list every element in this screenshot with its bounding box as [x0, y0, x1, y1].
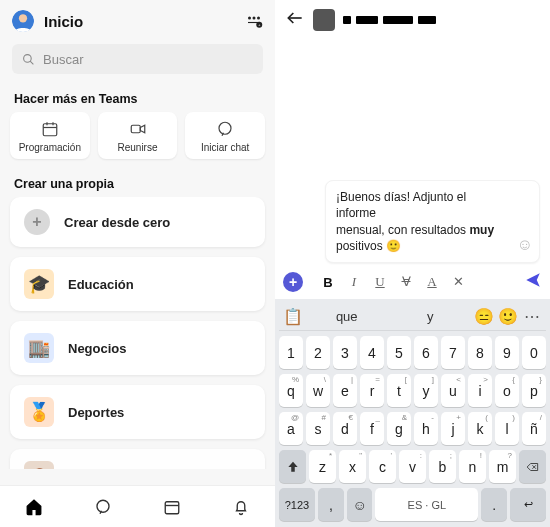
kb-row-numbers: 1234567890: [279, 336, 546, 369]
kb-row-zxcv: z*x"c'v:b;n!m?: [279, 450, 546, 483]
chat-header: [275, 0, 550, 40]
send-button[interactable]: [524, 271, 542, 293]
suggestion-2[interactable]: y: [389, 309, 473, 324]
kb-menu-icon[interactable]: ⋯: [520, 307, 544, 326]
svg-point-16: [97, 500, 109, 512]
key-p[interactable]: p}: [522, 374, 546, 407]
video-icon: [129, 120, 147, 138]
key-d[interactable]: d€: [333, 412, 357, 445]
svg-marker-14: [140, 125, 145, 133]
svg-rect-9: [43, 124, 57, 136]
key-m[interactable]: m?: [489, 450, 516, 483]
key-o[interactable]: o{: [495, 374, 519, 407]
key-s[interactable]: s#: [306, 412, 330, 445]
key-u[interactable]: u<: [441, 374, 465, 407]
svg-point-1: [19, 14, 27, 22]
emoji-picker-icon[interactable]: ☺: [517, 234, 533, 256]
format-bold[interactable]: B: [317, 275, 339, 290]
compose-plus-button[interactable]: +: [283, 272, 303, 292]
svg-text:+: +: [258, 23, 260, 27]
action-chat[interactable]: Iniciar chat: [185, 112, 265, 159]
clipboard-icon[interactable]: 📋: [281, 307, 305, 326]
kb-suggestions: 📋 que y 😑 🙂 ⋯: [279, 303, 546, 331]
back-button[interactable]: [285, 8, 305, 32]
key-4[interactable]: 4: [360, 336, 384, 369]
key-c[interactable]: c': [369, 450, 396, 483]
nav-activity[interactable]: [206, 486, 275, 527]
key-x[interactable]: x": [339, 450, 366, 483]
key-v[interactable]: v:: [399, 450, 426, 483]
emoji-key[interactable]: ☺: [347, 488, 373, 521]
compose-input[interactable]: ¡Buenos días! Adjunto el informe mensual…: [325, 180, 540, 263]
settings-icon[interactable]: +: [245, 12, 263, 30]
right-pane: ¡Buenos días! Adjunto el informe mensual…: [275, 0, 550, 527]
key-l[interactable]: l): [495, 412, 519, 445]
backspace-key[interactable]: [519, 450, 546, 483]
key-b[interactable]: b;: [429, 450, 456, 483]
suggestion-1[interactable]: que: [305, 309, 389, 324]
chat-icon: [216, 120, 234, 138]
key-g[interactable]: g&: [387, 412, 411, 445]
action-schedule[interactable]: Programación: [10, 112, 90, 159]
calendar-icon: [41, 120, 59, 138]
emoji-smile-icon[interactable]: 🙂: [496, 307, 520, 326]
search-input[interactable]: Buscar: [12, 44, 263, 74]
key-9[interactable]: 9: [495, 336, 519, 369]
key-t[interactable]: t[: [387, 374, 411, 407]
nav-home[interactable]: [0, 486, 69, 527]
svg-line-8: [30, 61, 33, 64]
key-i[interactable]: i>: [468, 374, 492, 407]
action-meet[interactable]: Reunirse: [98, 112, 178, 159]
plus-icon: +: [24, 209, 50, 235]
key-a[interactable]: a@: [279, 412, 303, 445]
key-ñ[interactable]: ñ/: [522, 412, 546, 445]
chat-body[interactable]: [275, 40, 550, 180]
card-education[interactable]: 🎓 Educación: [10, 257, 265, 311]
key-h[interactable]: h-: [414, 412, 438, 445]
key-6[interactable]: 6: [414, 336, 438, 369]
nav-calendar[interactable]: [138, 486, 207, 527]
enter-key[interactable]: ↩: [510, 488, 546, 521]
search-icon: [22, 53, 35, 66]
key-w[interactable]: w\: [306, 374, 330, 407]
template-cards: + Crear desde cero 🎓 Educación 🏬 Negocio…: [0, 197, 275, 469]
card-scratch[interactable]: + Crear desde cero: [10, 197, 265, 247]
shift-key[interactable]: [279, 450, 306, 483]
format-clear[interactable]: ✕: [447, 274, 469, 290]
key-e[interactable]: e|: [333, 374, 357, 407]
contact-name-redacted: [343, 16, 436, 24]
key-f[interactable]: f_: [360, 412, 384, 445]
format-highlight[interactable]: A: [421, 274, 443, 290]
key-r[interactable]: r=: [360, 374, 384, 407]
key-7[interactable]: 7: [441, 336, 465, 369]
key-1[interactable]: 1: [279, 336, 303, 369]
key-q[interactable]: q%: [279, 374, 303, 407]
left-pane: Inicio + Buscar Hacer más en Teams Progr…: [0, 0, 275, 527]
user-avatar[interactable]: [12, 10, 34, 32]
emoji-neutral-icon[interactable]: 😑: [472, 307, 496, 326]
numeric-key[interactable]: ?123: [279, 488, 315, 521]
home-icon: [25, 498, 43, 516]
key-3[interactable]: 3: [333, 336, 357, 369]
key-0[interactable]: 0: [522, 336, 546, 369]
card-business[interactable]: 🏬 Negocios: [10, 321, 265, 375]
key-k[interactable]: k(: [468, 412, 492, 445]
key-2[interactable]: 2: [306, 336, 330, 369]
key-5[interactable]: 5: [387, 336, 411, 369]
card-sports[interactable]: 🏅 Deportes: [10, 385, 265, 439]
arrow-left-icon: [285, 8, 305, 28]
contact-avatar[interactable]: [313, 9, 335, 31]
format-italic[interactable]: I: [343, 274, 365, 290]
period-key[interactable]: .: [481, 488, 507, 521]
comma-key[interactable]: ,: [318, 488, 344, 521]
nav-chat[interactable]: [69, 486, 138, 527]
key-n[interactable]: n!: [459, 450, 486, 483]
format-underline[interactable]: U: [369, 274, 391, 290]
card-professional[interactable]: 💼 Profesional: [10, 449, 265, 469]
key-y[interactable]: y]: [414, 374, 438, 407]
key-z[interactable]: z*: [309, 450, 336, 483]
key-8[interactable]: 8: [468, 336, 492, 369]
format-strike[interactable]: ∀: [395, 274, 417, 290]
key-j[interactable]: j+: [441, 412, 465, 445]
space-key[interactable]: ES · GL: [375, 488, 478, 521]
